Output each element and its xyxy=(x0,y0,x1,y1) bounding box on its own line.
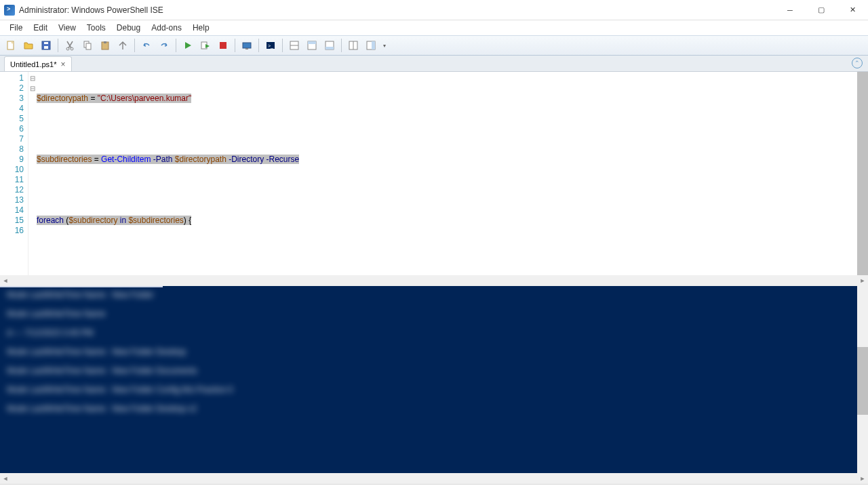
layout-both-icon[interactable] xyxy=(286,37,302,54)
run-selection-icon[interactable] xyxy=(197,37,214,54)
console-pane[interactable]: Mode LastWriteTime Name : New Folder Mod… xyxy=(0,286,868,473)
svg-rect-19 xyxy=(308,41,316,44)
command-addon-icon[interactable] xyxy=(345,37,361,54)
tab-label: Untitled1.ps1* xyxy=(10,60,57,68)
svg-rect-9 xyxy=(104,41,106,43)
tab-untitled1[interactable]: Untitled1.ps1* × xyxy=(4,56,72,71)
command-pane-icon[interactable] xyxy=(363,37,379,54)
save-icon[interactable] xyxy=(38,37,54,54)
svg-text:>_: >_ xyxy=(268,43,273,49)
layout-script-icon[interactable] xyxy=(304,37,320,54)
paste-icon[interactable] xyxy=(97,37,113,54)
menu-debug[interactable]: Debug xyxy=(111,22,146,34)
layout-console-icon[interactable] xyxy=(321,37,338,54)
console-hscrollbar[interactable]: ◄► xyxy=(0,473,868,484)
collapse-script-icon[interactable]: ⌃ xyxy=(852,58,863,68)
menubar: File Edit View Tools Debug Add-ons Help xyxy=(0,20,868,35)
app-icon xyxy=(4,5,15,16)
cut-icon[interactable] xyxy=(62,37,78,54)
menu-addons[interactable]: Add-ons xyxy=(146,22,187,34)
close-button[interactable]: ✕ xyxy=(837,0,868,20)
window-title: Administrator: Windows PowerShell ISE xyxy=(19,5,774,15)
svg-rect-3 xyxy=(44,42,48,44)
new-icon[interactable] xyxy=(3,37,19,54)
remote-icon[interactable] xyxy=(239,37,255,54)
svg-rect-25 xyxy=(372,41,375,49)
editor-hscrollbar[interactable]: ◄► xyxy=(0,275,868,286)
script-editor[interactable]: 1234 5678 9101112 13141516 ⊟ ⊟ $director… xyxy=(0,72,868,275)
tabstrip: Untitled1.ps1* × ⌃ xyxy=(0,56,868,72)
svg-rect-12 xyxy=(243,43,251,48)
maximize-button[interactable]: ▢ xyxy=(806,0,837,20)
editor-vscrollbar[interactable] xyxy=(857,72,868,275)
menu-file[interactable]: File xyxy=(4,22,28,34)
svg-point-4 xyxy=(66,47,69,50)
clear-icon[interactable] xyxy=(115,37,131,54)
svg-rect-2 xyxy=(44,46,48,49)
console-vscrollbar[interactable] xyxy=(857,286,868,473)
svg-rect-13 xyxy=(245,48,248,49)
svg-rect-11 xyxy=(220,42,226,49)
titlebar: Administrator: Windows PowerShell ISE ─ … xyxy=(0,0,868,20)
copy-icon[interactable] xyxy=(79,37,96,54)
redo-icon[interactable] xyxy=(156,37,172,54)
open-icon[interactable] xyxy=(20,37,37,54)
minimize-button[interactable]: ─ xyxy=(774,0,806,20)
menu-view[interactable]: View xyxy=(53,22,81,34)
fold-column[interactable]: ⊟ ⊟ xyxy=(28,72,37,275)
powershell-icon[interactable]: >_ xyxy=(262,37,279,54)
svg-rect-7 xyxy=(86,43,91,49)
code-area[interactable]: $directorypath = "C:\Users\parveen.kumar… xyxy=(37,72,868,275)
toolbar-dropdown-icon[interactable]: ▾ xyxy=(380,37,389,54)
menu-edit[interactable]: Edit xyxy=(28,22,53,34)
stop-icon[interactable] xyxy=(215,37,231,54)
tab-close-icon[interactable]: × xyxy=(61,60,66,69)
menu-help[interactable]: Help xyxy=(187,22,215,34)
menu-tools[interactable]: Tools xyxy=(81,22,111,34)
svg-rect-21 xyxy=(326,47,334,49)
line-gutter: 1234 5678 9101112 13141516 xyxy=(0,72,28,275)
run-icon[interactable] xyxy=(180,37,196,54)
svg-point-5 xyxy=(71,47,73,50)
toolbar: >_ ▾ xyxy=(0,35,868,56)
statusbar: Running script / selection. Press Ctrl+B… xyxy=(0,484,868,488)
undo-icon[interactable] xyxy=(138,37,155,54)
